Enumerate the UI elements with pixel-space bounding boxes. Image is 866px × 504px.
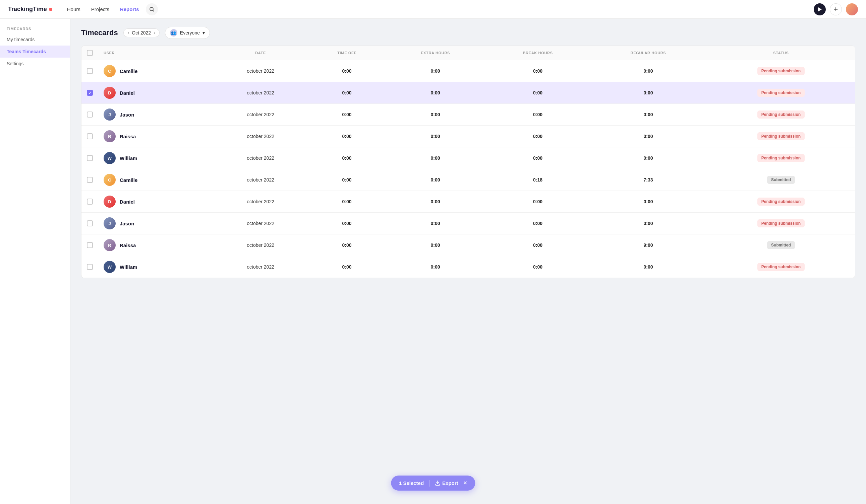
- sidebar-item-my-timecards[interactable]: My timecards: [0, 34, 70, 46]
- row-user-cell: R Raissa: [98, 234, 212, 256]
- row-date: october 2022: [212, 213, 309, 234]
- row-date: october 2022: [212, 191, 309, 213]
- row-checkbox[interactable]: [87, 112, 93, 117]
- month-prev-button[interactable]: ‹: [128, 30, 130, 35]
- row-user-cell: D Daniel: [98, 82, 212, 104]
- svg-line-1: [153, 10, 154, 11]
- everyone-label: Everyone: [180, 30, 200, 35]
- header-user: USER: [98, 46, 212, 60]
- user-avatar: C: [103, 65, 116, 77]
- row-status-cell: Pending submission: [707, 191, 855, 213]
- row-checkbox-cell: [81, 126, 98, 147]
- timecards-table-wrap: USER DATE TIME OFF EXTRA HOURS BREAK HOU…: [81, 46, 855, 278]
- table-row: C Camille october 2022 0:00 0:00 0:00 0:…: [81, 60, 855, 82]
- header-regular-hours: REGULAR HOURS: [589, 46, 707, 60]
- row-user-cell: C Camille: [98, 60, 212, 82]
- row-regular-hours: 0:00: [589, 82, 707, 104]
- user-avatar: J: [103, 217, 116, 229]
- header-break-hours: BREAK HOURS: [486, 46, 589, 60]
- row-time-off: 0:00: [309, 104, 385, 126]
- row-date: october 2022: [212, 60, 309, 82]
- status-badge: Pending submission: [757, 219, 804, 227]
- row-break-hours: 0:00: [486, 60, 589, 82]
- status-badge: Pending submission: [757, 197, 804, 206]
- table-row: D Daniel october 2022 0:00 0:00 0:00 0:0…: [81, 191, 855, 213]
- row-status-cell: Pending submission: [707, 82, 855, 104]
- row-checkbox[interactable]: [87, 220, 93, 226]
- row-checkbox[interactable]: [87, 68, 93, 74]
- add-button[interactable]: +: [830, 3, 842, 15]
- row-checkbox-cell: [81, 82, 98, 104]
- row-time-off: 0:00: [309, 191, 385, 213]
- row-extra-hours: 0:00: [385, 147, 486, 169]
- row-break-hours: 0:18: [486, 169, 589, 191]
- user-name: Camille: [120, 177, 137, 183]
- timecards-header: Timecards ‹ Oct 2022 › 👥 Everyone ▾: [81, 27, 855, 39]
- user-avatar: J: [103, 108, 116, 121]
- table-row: R Raissa october 2022 0:00 0:00 0:00 0:0…: [81, 126, 855, 147]
- search-button[interactable]: [146, 3, 158, 15]
- row-checkbox-cell: [81, 169, 98, 191]
- select-all-checkbox[interactable]: [87, 50, 93, 56]
- row-extra-hours: 0:00: [385, 126, 486, 147]
- status-badge: Pending submission: [757, 154, 804, 162]
- user-name: Jason: [120, 221, 134, 226]
- row-checkbox[interactable]: [87, 264, 93, 270]
- row-extra-hours: 0:00: [385, 191, 486, 213]
- user-avatar-nav[interactable]: [846, 3, 858, 15]
- selection-action-bar: 1 Selected Export ×: [391, 476, 475, 491]
- user-name: Daniel: [120, 90, 135, 96]
- user-name: Jason: [120, 112, 134, 117]
- table-row: C Camille october 2022 0:00 0:00 0:18 7:…: [81, 169, 855, 191]
- row-checkbox[interactable]: [87, 155, 93, 161]
- nav-reports[interactable]: Reports: [116, 4, 143, 14]
- row-regular-hours: 0:00: [589, 104, 707, 126]
- month-label: Oct 2022: [132, 30, 151, 35]
- row-checkbox-cell: [81, 147, 98, 169]
- table-row: W William october 2022 0:00 0:00 0:00 0:…: [81, 147, 855, 169]
- close-selection-button[interactable]: ×: [464, 480, 467, 486]
- status-badge: Pending submission: [757, 67, 804, 75]
- table-row: J Jason october 2022 0:00 0:00 0:00 0:00…: [81, 104, 855, 126]
- nav-projects[interactable]: Projects: [87, 4, 113, 14]
- row-checkbox-cell: [81, 256, 98, 278]
- selected-count-label: 1 Selected: [399, 480, 424, 486]
- status-badge: Pending submission: [757, 111, 804, 118]
- row-checkbox[interactable]: [87, 90, 93, 96]
- row-checkbox-cell: [81, 234, 98, 256]
- sidebar-item-teams-timecards[interactable]: Teams Timecards: [0, 46, 70, 58]
- everyone-filter-button[interactable]: 👥 Everyone ▾: [165, 27, 210, 39]
- svg-marker-2: [818, 7, 822, 12]
- nav-links: Hours Projects Reports: [63, 4, 143, 14]
- table-row: D Daniel october 2022 0:00 0:00 0:00 0:0…: [81, 82, 855, 104]
- row-user-cell: C Camille: [98, 169, 212, 191]
- header-date: DATE: [212, 46, 309, 60]
- row-regular-hours: 0:00: [589, 126, 707, 147]
- row-checkbox[interactable]: [87, 198, 93, 205]
- user-avatar: W: [103, 261, 116, 273]
- search-icon: [149, 7, 155, 12]
- sidebar-item-settings[interactable]: Settings: [0, 58, 70, 70]
- top-navigation: TrackingTime Hours Projects Reports +: [0, 0, 866, 19]
- row-date: october 2022: [212, 147, 309, 169]
- row-user-cell: W William: [98, 147, 212, 169]
- row-break-hours: 0:00: [486, 126, 589, 147]
- logo[interactable]: TrackingTime: [8, 6, 52, 13]
- row-status-cell: Pending submission: [707, 126, 855, 147]
- row-extra-hours: 0:00: [385, 256, 486, 278]
- row-time-off: 0:00: [309, 234, 385, 256]
- row-checkbox[interactable]: [87, 133, 93, 139]
- row-time-off: 0:00: [309, 82, 385, 104]
- user-avatar: W: [103, 152, 116, 164]
- row-checkbox[interactable]: [87, 242, 93, 248]
- row-extra-hours: 0:00: [385, 82, 486, 104]
- export-label: Export: [442, 480, 458, 486]
- play-timer-button[interactable]: [814, 3, 826, 15]
- month-next-button[interactable]: ›: [154, 30, 155, 35]
- export-button[interactable]: Export: [435, 480, 458, 486]
- row-extra-hours: 0:00: [385, 213, 486, 234]
- row-status-cell: Pending submission: [707, 213, 855, 234]
- nav-hours[interactable]: Hours: [63, 4, 85, 14]
- row-extra-hours: 0:00: [385, 234, 486, 256]
- row-checkbox[interactable]: [87, 177, 93, 183]
